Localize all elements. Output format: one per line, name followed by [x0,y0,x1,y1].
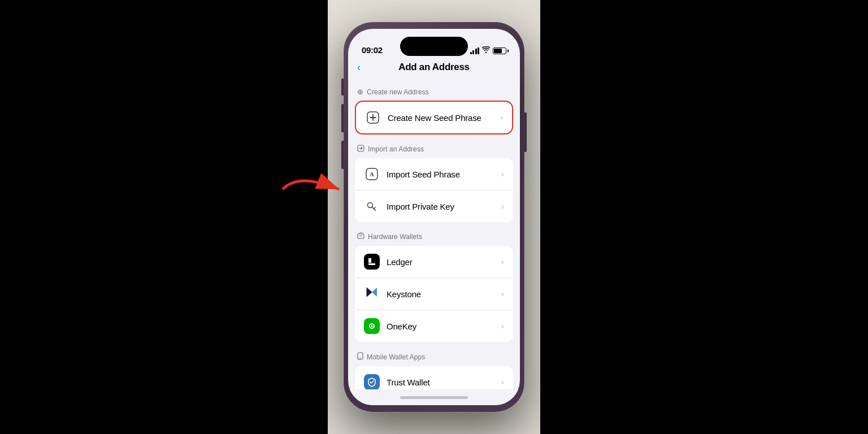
dynamic-island [400,37,468,56]
svg-rect-8 [366,256,377,267]
svg-rect-7 [360,235,362,237]
side-button-vol-up [341,104,344,132]
phone: 09:02 [344,22,524,412]
side-button-mute [341,79,344,96]
hardware-section-label: Hardware Wallets [368,233,422,241]
ledger-label: Ledger [387,257,494,267]
mobile-section-label: Mobile Wallet Apps [367,353,425,361]
red-arrow-icon [277,172,345,206]
import-seed-phrase-item[interactable]: A Import Seed Phrase › [355,158,513,190]
status-time: 09:02 [362,45,383,55]
keystone-label: Keystone [387,289,494,299]
keystone-icon [364,286,380,302]
svg-text:A: A [370,171,374,177]
create-seed-phrase-item[interactable]: Create New Seed Phrase › [355,101,513,134]
side-button-vol-down [341,141,344,169]
battery-fill [494,49,502,53]
create-new-section-label: Create new Address [367,88,429,96]
side-button-power [524,112,527,152]
key-icon [364,198,380,214]
import-section-label: Import an Address [368,145,424,153]
plus-icon [365,110,381,125]
chevron-icon: › [501,170,504,179]
onekey-icon [364,318,380,334]
section-header-import: Import an Address [348,137,520,158]
chevron-icon: › [501,202,504,211]
section-header-mobile: Mobile Wallet Apps [348,344,520,366]
ledger-icon [364,254,380,270]
import-private-key-item[interactable]: Import Private Key › [355,190,513,222]
trust-icon [364,374,380,389]
page-header: ‹ Add an Address [348,59,520,80]
keystone-item[interactable]: Keystone › [355,278,513,310]
signal-icon [470,47,480,54]
chevron-icon: › [501,322,504,331]
battery-icon [493,47,506,54]
home-indicator [348,389,520,405]
chevron-icon: › [501,257,504,266]
import-section-icon [357,145,364,154]
right-panel [540,0,868,434]
onekey-label: OneKey [387,322,494,331]
scene: 09:02 [0,0,868,434]
onekey-item[interactable]: OneKey › [355,310,513,342]
section-header-hardware: Hardware Wallets [348,224,520,246]
red-arrow-container [277,172,345,209]
svg-point-11 [371,326,373,327]
hardware-group: Ledger › Keystone › [355,246,513,342]
mobile-group: Trust Wallet › [355,366,513,389]
create-new-section-icon: ⊕ [357,88,363,96]
ledger-item[interactable]: Ledger › [355,246,513,278]
text-icon: A [364,166,380,182]
phone-screen: 09:02 [348,29,520,405]
left-panel [0,0,328,434]
create-seed-phrase-label: Create New Seed Phrase [388,113,493,123]
back-button[interactable]: ‹ [357,62,361,73]
chevron-icon: › [500,113,503,122]
status-icons [470,46,507,55]
import-private-key-label: Import Private Key [387,202,494,211]
wifi-icon [482,46,490,55]
hardware-section-icon [357,232,364,241]
trust-wallet-label: Trust Wallet [387,377,494,387]
import-seed-phrase-label: Import Seed Phrase [387,170,494,179]
chevron-icon: › [501,377,504,387]
mobile-section-icon [357,352,363,362]
home-bar [400,396,468,399]
page-title: Add an Address [398,62,470,73]
list-content: ⊕ Create new Address Create New Seed Phr… [348,80,520,389]
import-group: A Import Seed Phrase › [355,158,513,222]
trust-wallet-item[interactable]: Trust Wallet › [355,366,513,389]
chevron-icon: › [501,289,504,298]
section-header-create-new: ⊕ Create new Address [348,80,520,101]
